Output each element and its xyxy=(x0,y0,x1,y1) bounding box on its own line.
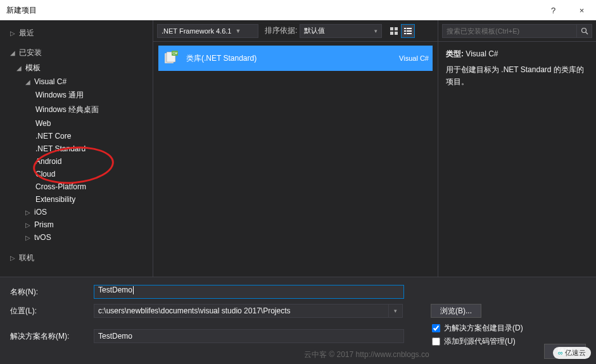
main-area: ▷ 最近 ◢ 已安装 ◢ 模板 ◢ Visual C# Windows 通用 W… xyxy=(0,20,596,277)
location-label: 位置(L): xyxy=(10,306,94,317)
sidebar-item-tvos[interactable]: ▷ tvOS xyxy=(0,231,153,244)
template-list: C# 类库(.NET Standard) Visual C# xyxy=(153,42,438,277)
classlib-icon: C# xyxy=(162,49,180,67)
sidebar-recent[interactable]: ▷ 最近 xyxy=(0,25,153,41)
template-lang: Visual C# xyxy=(399,54,429,62)
sort-label: 排序依据: xyxy=(265,25,297,36)
sidebar-visual-csharp[interactable]: ◢ Visual C# xyxy=(0,75,153,88)
sidebar-template[interactable]: ◢ 模板 xyxy=(0,61,153,75)
svg-rect-5 xyxy=(407,28,412,29)
center-panel: .NET Framework 4.6.1 ▼ 排序依据: 默认值 ▾ C# xyxy=(153,20,438,277)
close-button[interactable]: × xyxy=(567,0,596,20)
sidebar-item-net-standard[interactable]: .NET Standard xyxy=(0,142,153,155)
sidebar-item-android[interactable]: Android xyxy=(0,155,153,168)
solution-input[interactable] xyxy=(94,329,404,343)
help-button[interactable]: ? xyxy=(539,0,567,20)
bottom-form: 名称(N): TestDemo 位置(L): ▾ 浏览(B)... 解决方案名称… xyxy=(0,277,596,362)
name-label: 名称(N): xyxy=(10,287,94,298)
svg-line-15 xyxy=(586,32,588,34)
location-input[interactable] xyxy=(94,304,389,318)
source-control-checkbox[interactable]: 添加到源代码管理(U) xyxy=(432,336,523,347)
sidebar-item-web[interactable]: Web xyxy=(0,117,153,130)
svg-text:C#: C# xyxy=(172,51,177,55)
browse-button[interactable]: 浏览(B)... xyxy=(431,304,481,318)
chevron-right-icon: ▷ xyxy=(25,209,30,216)
watermark-text: 云中客 © 2017 http://www.cnblogs.co xyxy=(304,349,429,360)
sidebar-item-windows-universal[interactable]: Windows 通用 xyxy=(0,88,153,103)
sidebar-item-extensibility[interactable]: Extensibility xyxy=(0,193,153,206)
template-name: 类库(.NET Standard) xyxy=(186,53,399,64)
svg-rect-4 xyxy=(404,28,406,29)
svg-rect-7 xyxy=(407,30,412,32)
chevron-down-icon: ▼ xyxy=(235,28,241,34)
template-item-classlib[interactable]: C# 类库(.NET Standard) Visual C# xyxy=(158,46,433,71)
view-grid-button[interactable] xyxy=(387,24,401,38)
svg-rect-3 xyxy=(395,32,398,35)
solution-label: 解决方案名称(M): xyxy=(10,331,94,342)
toolbar: .NET Framework 4.6.1 ▼ 排序依据: 默认值 ▾ xyxy=(153,20,438,42)
sidebar-item-ios[interactable]: ▷ iOS xyxy=(0,206,153,218)
chevron-down-icon: ◢ xyxy=(10,49,15,56)
type-line: 类型: Visual C# xyxy=(446,48,588,60)
description-text: 用于创建目标为 .NET Standard 的类库的项目。 xyxy=(446,64,588,88)
search-box xyxy=(438,20,596,42)
window-title: 新建项目 xyxy=(6,5,37,16)
location-dropdown[interactable]: ▾ xyxy=(389,304,403,318)
svg-rect-9 xyxy=(407,33,412,34)
search-input[interactable] xyxy=(442,24,577,38)
chevron-right-icon: ▷ xyxy=(25,234,30,241)
svg-rect-8 xyxy=(404,33,406,34)
titlebar: 新建项目 ? × xyxy=(0,0,596,20)
sidebar-item-net-core[interactable]: .NET Core xyxy=(0,130,153,142)
view-list-button[interactable] xyxy=(401,24,415,38)
svg-rect-2 xyxy=(390,32,393,35)
framework-dropdown[interactable]: .NET Framework 4.6.1 ▼ xyxy=(157,24,258,38)
description-area: 类型: Visual C# 用于创建目标为 .NET Standard 的类库的… xyxy=(438,42,596,95)
sidebar-item-cloud[interactable]: Cloud xyxy=(0,168,153,180)
chevron-down-icon: ▾ xyxy=(374,28,377,34)
name-input[interactable]: TestDemo xyxy=(94,285,404,299)
svg-point-14 xyxy=(581,28,586,32)
sidebar: ▷ 最近 ◢ 已安装 ◢ 模板 ◢ Visual C# Windows 通用 W… xyxy=(0,20,153,277)
search-icon[interactable] xyxy=(577,24,592,38)
chevron-down-icon: ◢ xyxy=(25,78,30,85)
svg-rect-0 xyxy=(390,27,393,30)
watermark-logo: ∞ 亿速云 xyxy=(553,347,591,359)
chevron-down-icon: ◢ xyxy=(16,65,22,72)
sidebar-installed[interactable]: ◢ 已安装 xyxy=(0,45,153,61)
chevron-right-icon: ▷ xyxy=(10,30,15,37)
sidebar-item-windows-classic[interactable]: Windows 经典桌面 xyxy=(0,103,153,117)
chevron-right-icon: ▷ xyxy=(25,222,30,229)
svg-rect-1 xyxy=(395,27,398,30)
sort-dropdown[interactable]: 默认值 ▾ xyxy=(300,24,382,38)
sidebar-item-prism[interactable]: ▷ Prism xyxy=(0,218,153,231)
chevron-right-icon: ▷ xyxy=(10,254,15,261)
sidebar-online[interactable]: ▷ 联机 xyxy=(0,250,153,266)
svg-rect-6 xyxy=(404,30,406,32)
right-panel: 类型: Visual C# 用于创建目标为 .NET Standard 的类库的… xyxy=(438,20,596,277)
create-dir-checkbox[interactable]: 为解决方案创建目录(D) xyxy=(432,323,523,334)
sidebar-item-cross-platform[interactable]: Cross-Platform xyxy=(0,180,153,193)
